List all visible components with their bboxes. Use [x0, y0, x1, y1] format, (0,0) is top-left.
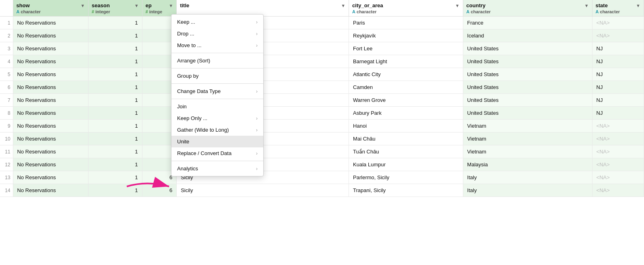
menu-item-unite[interactable]: Unite [171, 136, 263, 147]
chevron-right-icon: › [256, 127, 258, 133]
cell-show: No Reservations [13, 94, 88, 107]
cell-state: NJ [592, 42, 644, 55]
col-state-type: character [600, 9, 620, 14]
cell-show: No Reservations [13, 81, 88, 94]
na-value: <NA> [597, 187, 610, 193]
cell-state: <NA> [592, 171, 644, 184]
cell-state: NJ [592, 68, 644, 81]
col-city-sort-icon[interactable]: ▼ [455, 3, 460, 8]
col-season-sort-icon[interactable]: ▼ [134, 3, 139, 8]
cell-city: Reykjavík [349, 29, 463, 42]
cell-show: No Reservations [13, 29, 88, 42]
cell-show: No Reservations [13, 17, 88, 29]
menu-item-label: Analytics [177, 166, 198, 172]
row-number: 13 [0, 171, 13, 184]
row-number: 10 [0, 132, 13, 145]
table-row: 14No Reservations16SicilyTrapani, Sicily… [0, 184, 644, 197]
cell-country: Vietnam [463, 120, 592, 132]
row-number: 4 [0, 55, 13, 68]
cell-state: NJ [592, 94, 644, 107]
cell-country: United States [463, 68, 592, 81]
menu-item-join[interactable]: Join [171, 101, 263, 112]
cell-city: Hanoi [349, 120, 463, 132]
menu-item-label: Drop ... [177, 31, 194, 37]
menu-item-keep----[interactable]: Keep ...› [171, 16, 263, 28]
menu-item-replace---convert-data[interactable]: Replace / Convert Data› [171, 147, 263, 159]
col-ep-sort-icon[interactable]: ▼ [169, 3, 173, 8]
menu-item-move-to----[interactable]: Move to ...› [171, 39, 263, 51]
menu-item-label: Keep ... [177, 19, 195, 25]
cell-season: 1 [88, 158, 142, 171]
cell-state: <NA> [592, 158, 644, 171]
cell-ep: 6 [142, 184, 177, 197]
menu-item-label: Replace / Convert Data [177, 150, 231, 156]
cell-season: 1 [88, 81, 142, 94]
cell-country: Vietnam [463, 132, 592, 145]
menu-item-change-data-type[interactable]: Change Data Type› [171, 85, 263, 97]
col-city-type-icon: A [352, 9, 355, 14]
cell-city: Tuần Châu [349, 145, 463, 158]
chevron-right-icon: › [256, 116, 258, 121]
menu-item-label: Keep Only ... [177, 115, 207, 121]
cell-show: No Reservations [13, 184, 88, 197]
col-season-type: integer [95, 9, 110, 14]
menu-item-keep-only----[interactable]: Keep Only ...› [171, 112, 263, 124]
col-country-sort-icon[interactable]: ▼ [584, 3, 589, 8]
na-value: <NA> [597, 20, 610, 26]
col-season-label: season [92, 2, 110, 8]
menu-item-analytics[interactable]: Analytics› [171, 163, 263, 174]
cell-country: Italy [463, 171, 592, 184]
cell-season: 1 [88, 145, 142, 158]
cell-show: No Reservations [13, 158, 88, 171]
row-number: 12 [0, 158, 13, 171]
cell-state: <NA> [592, 29, 644, 42]
menu-item-group-by[interactable]: Group by [171, 70, 263, 82]
col-header-show[interactable]: show ▼ A character [13, 0, 88, 17]
menu-item-label: Gather (Wide to Long) [177, 127, 229, 133]
col-show-sort-icon[interactable]: ▼ [80, 3, 85, 8]
col-header-state[interactable]: state ▼ A character [592, 0, 644, 17]
menu-item-drop----[interactable]: Drop ...› [171, 28, 263, 39]
cell-city: Barnegat Light [349, 55, 463, 68]
cell-show: No Reservations [13, 132, 88, 145]
col-country-type: character [471, 9, 491, 14]
table-row: 4No Reservations1Barnegat LightUnited St… [0, 55, 644, 68]
col-show-type-icon: A [17, 9, 20, 14]
cell-title: Sicily [177, 184, 349, 197]
cell-season: 1 [88, 132, 142, 145]
cell-state: <NA> [592, 17, 644, 29]
col-season-type-icon: # [92, 9, 94, 14]
row-number: 2 [0, 29, 13, 42]
col-title-label: title [180, 2, 189, 8]
col-state-sort-icon[interactable]: ▼ [636, 3, 640, 8]
menu-item-gather--wide-to-long-[interactable]: Gather (Wide to Long)› [171, 124, 263, 136]
col-title-sort-icon[interactable]: ▼ [341, 3, 345, 8]
menu-separator [171, 161, 263, 161]
cell-city: Trapani, Sicily [349, 184, 463, 197]
row-number: 7 [0, 94, 13, 107]
cell-city: Parlermo, Sicily [349, 171, 463, 184]
row-number: 6 [0, 81, 13, 94]
table-row: 9No Reservations1…of Mr. SangHanoiVietna… [0, 120, 644, 132]
cell-country: United States [463, 107, 592, 120]
cell-season: 1 [88, 120, 142, 132]
col-show-type: character [21, 9, 41, 14]
chevron-right-icon: › [256, 31, 258, 37]
cell-season: 1 [88, 17, 142, 29]
na-value: <NA> [597, 136, 610, 142]
menu-separator [171, 83, 263, 84]
menu-item-label: Unite [177, 139, 189, 145]
cell-season: 1 [88, 94, 142, 107]
cell-city: Camden [349, 81, 463, 94]
menu-separator [171, 68, 263, 68]
chevron-right-icon: › [256, 166, 258, 172]
na-value: <NA> [597, 149, 610, 155]
table-row: 13No Reservations16SicilyParlermo, Sicil… [0, 171, 644, 184]
col-header-city[interactable]: city_or_area ▼ A character [349, 0, 463, 17]
col-header-season[interactable]: season ▼ # integer [88, 0, 142, 17]
cell-city: Warren Grove [349, 94, 463, 107]
col-header-country[interactable]: country ▼ A character [463, 0, 592, 17]
menu-item-arrange--sort-[interactable]: Arrange (Sort) [171, 55, 263, 66]
col-header-ep[interactable]: ep ▼ # intege [142, 0, 177, 17]
cell-city: Asbury Park [349, 107, 463, 120]
